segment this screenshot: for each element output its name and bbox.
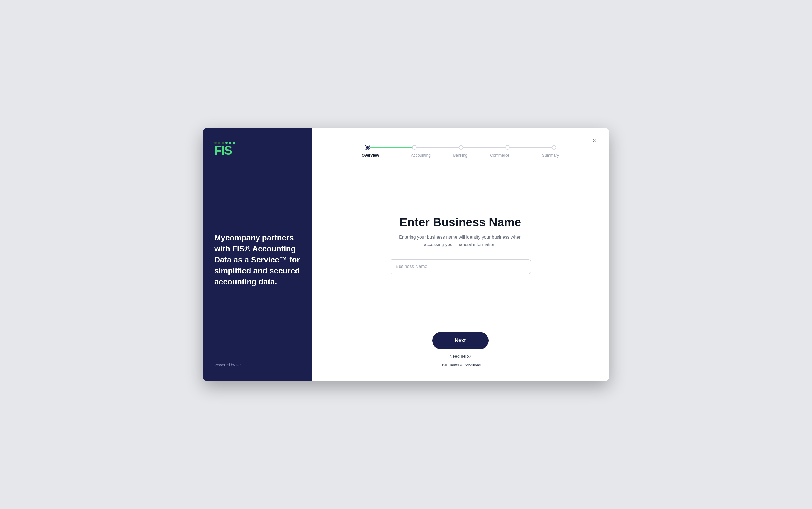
stepper-track <box>364 144 556 150</box>
stepper-line-3 <box>463 147 505 148</box>
stepper-node-commerce[interactable] <box>505 145 510 150</box>
form-title: Enter Business Name <box>399 215 521 229</box>
logo-area: FIS <box>214 142 300 157</box>
logo-dots <box>214 142 235 144</box>
logo-dot-2 <box>218 142 220 144</box>
next-button[interactable]: Next <box>432 332 489 349</box>
left-panel-tagline: Mycompany partners with FIS® Accounting … <box>214 232 300 287</box>
stepper-line-2 <box>417 147 459 148</box>
stepper-node-banking[interactable] <box>459 145 463 150</box>
logo-dot-6 <box>233 142 235 144</box>
stepper-node-overview[interactable] <box>364 144 370 150</box>
stepper-node-summary[interactable] <box>552 145 556 150</box>
stepper-container: Overview Accounting Banking Commerce Sum… <box>312 128 609 158</box>
stepper-labels: Overview Accounting Banking Commerce Sum… <box>362 153 559 158</box>
stepper-label-summary: Summary <box>520 153 559 158</box>
logo-dot-4 <box>225 142 228 144</box>
stepper-node-accounting[interactable] <box>412 145 417 150</box>
left-panel-content: Mycompany partners with FIS® Accounting … <box>214 157 300 363</box>
left-panel: FIS Mycompany partners with FIS® Account… <box>203 128 312 381</box>
form-subtitle: Entering your business name will identif… <box>393 234 528 248</box>
stepper-label-accounting: Accounting <box>401 153 441 158</box>
left-panel-footer: Powered by FIS <box>214 363 300 367</box>
modal-container: FIS Mycompany partners with FIS® Account… <box>203 128 609 381</box>
right-panel: × Overview Accountin <box>312 128 609 381</box>
bottom-actions: Next Need help? FIS® Terms & Conditions <box>312 332 609 381</box>
help-link[interactable]: Need help? <box>449 354 471 359</box>
business-name-input[interactable] <box>390 259 531 274</box>
stepper-label-commerce: Commerce <box>480 153 520 158</box>
logo-dot-1 <box>214 142 217 144</box>
stepper-label-banking: Banking <box>441 153 480 158</box>
logo-dot-3 <box>222 142 224 144</box>
stepper-line-1 <box>370 147 412 148</box>
close-icon: × <box>593 137 597 144</box>
close-button[interactable]: × <box>590 136 600 146</box>
powered-by-text: Powered by FIS <box>214 363 242 367</box>
terms-link[interactable]: FIS® Terms & Conditions <box>440 363 481 367</box>
svg-text:FIS: FIS <box>214 144 232 157</box>
logo-dot-5 <box>229 142 231 144</box>
stepper-label-overview: Overview <box>362 153 401 158</box>
stepper-line-4 <box>510 147 552 148</box>
fis-logo: FIS <box>214 144 248 157</box>
main-form-content: Enter Business Name Entering your busine… <box>312 158 609 332</box>
